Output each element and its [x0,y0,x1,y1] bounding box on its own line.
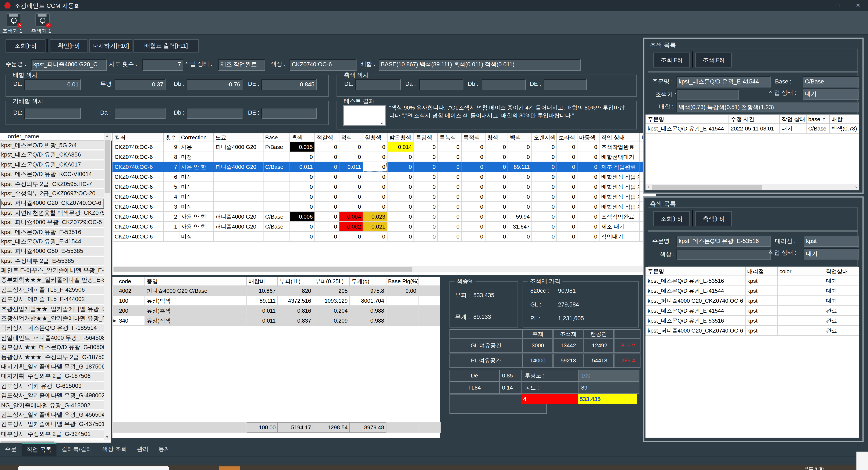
grid-cell[interactable]: 2 [164,211,179,222]
grid-cell[interactable]: 0 [557,142,577,152]
table-row[interactable]: CKZ0740:OC-65미정0000000000000배합생성 작업중 [113,182,656,192]
column-header[interactable]: 적갈색 [315,133,339,142]
grid-cell[interactable]: 0 [363,182,387,192]
column-header[interactable]: 품명 [145,277,247,286]
grid-cell[interactable]: 0 [577,182,599,192]
measuring-color-field[interactable] [676,249,771,260]
grid-cell[interactable]: 0 [315,162,339,172]
grid-cell[interactable]: P/Base [263,142,290,152]
order-list-item[interactable]: 조광산업개발★★_알키졸에나멜 유광_E-4386 [0,314,104,324]
grid-cell[interactable]: 205 [313,286,349,296]
order-list-item[interactable]: kpst_데스몬Q/D 유광_KCC-VI0014 [0,170,104,179]
scroll-up-icon[interactable]: ▲ [104,133,110,139]
grid-cell[interactable]: 0 [577,172,599,182]
grid-cell[interactable]: 0 [438,192,461,202]
grid-cell[interactable] [213,232,263,241]
grid-cell[interactable]: 0 [414,152,438,162]
de-field[interactable] [544,79,587,90]
grid-cell[interactable] [386,306,418,315]
tinting-start-button[interactable]: 조색[F6] [695,53,732,68]
grid-cell[interactable]: 제조 작업완료 [599,162,640,172]
column-header[interactable]: color [777,267,824,276]
grid-cell[interactable]: 0 [438,182,461,192]
grid-cell[interactable] [113,296,117,306]
column-header[interactable] [113,277,117,286]
grid-cell[interactable]: 0 [414,172,438,182]
grid-cell[interactable]: 0 [387,232,414,241]
table-row[interactable]: CKZ0740:OC-68미정0000000000000배합선택대기 [113,152,656,162]
column-header[interactable]: 주문명 [646,115,729,124]
grid-cell[interactable] [164,232,179,241]
column-header[interactable]: 작업 상태 [599,133,640,142]
minimize-icon[interactable]: — [809,0,826,11]
grid-cell[interactable]: 유성)흑색 [145,306,247,315]
grid-cell[interactable]: 0 [461,211,485,222]
measuring-agency-field[interactable]: kpst [804,236,859,247]
grid-cell[interactable] [777,315,824,326]
grid-cell[interactable]: 유성)백색 [145,296,247,306]
order-list-item[interactable]: 김포상사_락카 유광_G-615009 [0,382,104,391]
dl-field[interactable] [24,108,81,119]
grid-cell[interactable]: 0 [387,152,414,162]
grid-cell[interactable]: 0 [485,152,508,162]
grid-cell[interactable]: 0 [485,202,508,211]
grid-cell[interactable] [263,202,290,211]
grid-cell[interactable]: CKZ0740:OC-6 [113,142,164,152]
grid-cell[interactable]: 0 [315,142,339,152]
grid-cell[interactable]: 0 [414,162,438,172]
grid-cell[interactable]: 0 [508,142,532,152]
column-header[interactable]: 철황색 [363,133,387,142]
grid-cell[interactable]: 배합생성 작업중 [599,192,640,202]
table-row[interactable]: kpst_데스몬Q/D 유광_E-53516kpst완료 [646,315,859,326]
table-row[interactable]: ▶340유성)적색0.0110.8370.2090.988 [113,315,440,326]
grid-cell[interactable]: 완료 [824,326,859,336]
table-row[interactable]: kpst_데스몬Q/D 유광_E-41544kpst완료 [646,306,859,315]
grid-cell[interactable] [263,172,290,182]
column-header[interactable]: 부피(1L) [278,277,313,286]
grid-cell[interactable]: 완료 [824,306,859,315]
grid-cell[interactable]: 0 [438,211,461,222]
close-icon[interactable]: ✕ [850,0,866,11]
grid-cell[interactable]: 340 [117,315,145,326]
grid-cell[interactable] [213,182,263,192]
da-field[interactable] [115,108,165,119]
grid-cell[interactable]: kpst [745,296,777,306]
grid-cell[interactable]: 0 [414,182,438,192]
density-param-field[interactable]: 89 [578,382,639,394]
grid-cell[interactable] [386,296,418,306]
grid-cell[interactable]: 0.011 [247,306,278,315]
grid-cell[interactable]: 0.004 [339,211,363,222]
db-field[interactable] [482,79,526,90]
grid-cell[interactable]: 0 [339,192,363,202]
column-header[interactable]: 횟수 [164,133,179,142]
grid-cell[interactable] [213,202,263,211]
grid-cell[interactable]: 0 [508,152,532,162]
grid-cell[interactable]: 7 [164,162,179,172]
measuring-status-field[interactable]: 대기 [804,248,859,260]
grid-cell[interactable]: 0 [532,162,557,172]
bottom-tab[interactable]: 작업 목록 [22,443,56,457]
column-header[interactable]: 밝은황색 [387,133,414,142]
grid-cell[interactable]: 59.94 [508,211,532,222]
grid-cell[interactable]: C/Base [806,124,830,134]
grid-cell[interactable]: 0 [438,202,461,211]
grid-cell[interactable]: 0 [532,232,557,241]
grid-cell[interactable]: 0 [363,152,387,162]
grid-cell[interactable]: CKZ0740:OC-6 [113,232,164,241]
scrollbar-thumb[interactable] [114,267,412,272]
grid-cell[interactable]: 5 [164,182,179,192]
grid-cell[interactable]: 0 [438,162,461,172]
grid-cell[interactable]: 0 [414,211,438,222]
grid-cell[interactable]: 사용 [179,142,213,152]
grid-cell[interactable]: kpst_데스몬Q/D 유광_E-41544 [646,124,729,134]
grid-cell[interactable]: 0 [363,142,387,152]
grid-cell[interactable]: kpst_데스몬Q/D 유광_E-41544 [646,286,745,296]
order-list-item[interactable]: kpst_퍼니쥴4000 G20_CKZ0740:OC-6 [0,199,104,208]
grid-cell[interactable]: 0.00 [386,286,418,296]
grid-cell[interactable]: kpst [745,286,777,296]
grid-cell[interactable]: 대기 [824,296,859,306]
grid-cell[interactable]: 0 [387,182,414,192]
grid-cell[interactable]: 0 [508,202,532,211]
dl-field[interactable] [355,79,401,90]
transparency-field[interactable]: 0.37 [115,79,165,90]
